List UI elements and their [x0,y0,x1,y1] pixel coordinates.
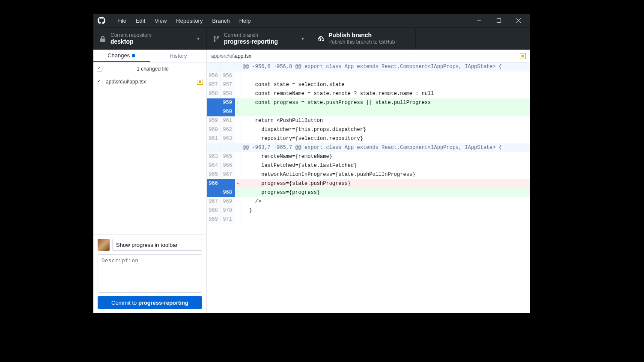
diff-body[interactable]: @@ -956,6 +956,8 @@ export class App ext… [207,62,530,313]
publish-button[interactable]: Publish branch Publish this branch to Gi… [311,28,416,50]
line-number-old: 968 [207,206,221,215]
window-close-icon[interactable] [509,14,528,27]
menu-view[interactable]: View [150,16,171,26]
menu-edit[interactable]: Edit [131,16,149,26]
line-number-new [221,62,235,71]
menu-branch[interactable]: Branch [208,16,234,26]
code-text: const remoteName = state.remote ? state.… [241,89,530,98]
branch-icon [213,36,220,42]
diff-row[interactable]: 963965 remoteName={remoteName} [207,152,530,161]
line-number-new: 965 [221,152,235,161]
chevron-down-icon: ▼ [301,36,305,41]
line-number-new: 970 [221,206,235,215]
file-checkbox[interactable] [97,79,102,84]
diff-row[interactable]: 969971 [207,215,530,224]
repo-selector[interactable]: Current repository desktop ▼ [93,28,207,50]
line-number-new [221,179,235,188]
code-text: lastFetched={state.lastFetched} [241,161,530,170]
toolbar: Current repository desktop ▼ Current bra… [93,27,530,50]
line-number-old [207,107,221,116]
diff-header: app\src\ui\app.tsx [207,50,530,62]
line-number-new: 959 [221,98,235,107]
svg-rect-0 [497,19,501,23]
diff-row[interactable]: 957957 const state = selection.state [207,80,530,89]
window-maximize-icon[interactable] [489,14,509,27]
line-number-new: 962 [221,125,235,134]
diff-path-file: app.tsx [235,53,251,59]
window-minimize-icon[interactable] [469,14,489,27]
code-text [241,71,530,80]
line-number-old: 959 [207,116,221,125]
commit-button[interactable]: Commit to progress-reporting [98,296,202,309]
changes-indicator-icon [132,54,135,57]
chevron-down-icon: ▼ [196,36,200,41]
diff-row[interactable]: 968970 } [207,206,530,215]
diff-row[interactable]: @@ -956,6 +956,8 @@ export class App ext… [207,62,530,71]
body: Changes History 1 changed file app\src\u… [93,50,530,313]
diff-row[interactable]: 961963 repository={selection.repository} [207,134,530,143]
titlebar: FileEditViewRepositoryBranchHelp [93,14,530,27]
line-number-old: 966 [207,179,221,188]
diff-marker: + [235,107,241,116]
changes-summary: 1 changed file [93,62,206,75]
tab-history[interactable]: History [150,50,207,62]
branch-label: Current branch [224,32,278,38]
commit-button-prefix: Commit to [111,300,138,306]
cloud-upload-icon [317,36,324,42]
diff-row[interactable]: 968+ progress={progress} [207,188,530,197]
menu-help[interactable]: Help [235,16,255,26]
line-number-new: 969 [221,197,235,206]
diff-row[interactable]: 965967 networkActionInProgress={state.pu… [207,170,530,179]
diff-marker [235,80,241,89]
line-number-new: 960 [221,107,235,116]
diff-row[interactable]: 960962 dispatcher={this.props.dispatcher… [207,125,530,134]
avatar [98,239,110,251]
sidebar-tabs: Changes History [93,50,206,62]
branch-selector[interactable]: Current branch progress-reporting ▼ [207,28,311,50]
line-number-new: 956 [221,71,235,80]
diff-path-prefix: app\src\ui\ [211,53,235,59]
diff-marker [235,170,241,179]
diff-row[interactable]: 958958 const remoteName = state.remote ?… [207,89,530,98]
commit-button-branch: progress-reporting [138,300,188,306]
line-number-new: 963 [221,134,235,143]
code-text: return <PushPullButton [241,116,530,125]
code-text: } [241,206,530,215]
diff-marker [235,62,241,71]
diff-marker [235,116,241,125]
window-controls [469,14,528,27]
diff-row[interactable]: 966- progress={state.pushProgress} [207,179,530,188]
line-number-old: 956 [207,71,221,80]
changes-count: 1 changed file [102,66,203,72]
line-number-old: 960 [207,125,221,134]
diff-marker [235,125,241,134]
diff-row[interactable]: 956956 [207,71,530,80]
modified-icon [520,53,526,59]
diff-row[interactable]: 959961 return <PushPullButton [207,116,530,125]
commit-description-input[interactable] [98,254,202,293]
code-text: networkActionInProgress={state.pushPullI… [241,170,530,179]
diff-row[interactable]: 959+ const progress = state.pushProgress… [207,98,530,107]
diff-row[interactable]: 964966 lastFetched={state.lastFetched} [207,161,530,170]
menu-repository[interactable]: Repository [172,16,207,26]
menu-file[interactable]: File [113,16,131,26]
line-number-new: 961 [221,116,235,125]
file-path: app\src\ui\app.tsx [106,79,194,85]
select-all-checkbox[interactable] [97,66,102,71]
code-text: const progress = state.pushProgress || s… [241,98,530,107]
code-text: progress={progress} [241,188,530,197]
commit-summary-input[interactable] [112,239,202,251]
line-number-old: 961 [207,134,221,143]
diff-marker [235,197,241,206]
diff-marker [235,89,241,98]
file-row[interactable]: app\src\ui\app.tsx [93,75,206,88]
commit-panel: Commit to progress-reporting [93,234,206,313]
tab-changes[interactable]: Changes [93,50,150,62]
diff-row[interactable]: 967969 /> [207,197,530,206]
diff-row[interactable]: 960+ [207,107,530,116]
diff-row[interactable]: @@ -963,7 +965,7 @@ export class App ext… [207,143,530,152]
line-number-new: 958 [221,89,235,98]
modified-icon [197,79,203,85]
code-text: /> [241,197,530,206]
line-number-old [207,98,221,107]
